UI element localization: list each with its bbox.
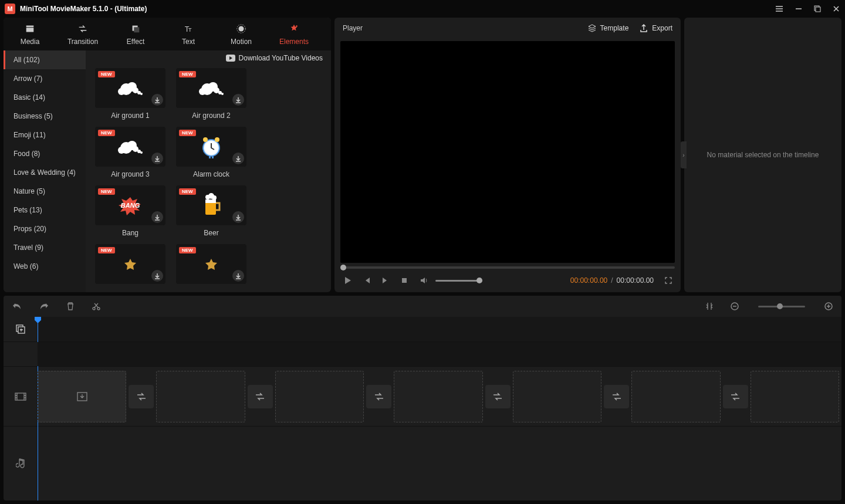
clip-slot[interactable]	[513, 371, 601, 422]
tab-text[interactable]: TT Text	[162, 18, 215, 50]
clip-slot[interactable]	[751, 371, 839, 422]
svg-point-18	[199, 88, 206, 95]
category-item[interactable]: Pets (13)	[4, 201, 86, 219]
tab-elements[interactable]: Elements	[268, 18, 320, 50]
maximize-icon[interactable]	[813, 5, 822, 13]
fullscreen-button[interactable]	[664, 276, 672, 285]
element-thumbnail[interactable]: NEW	[176, 127, 246, 167]
download-icon[interactable]	[151, 270, 163, 282]
category-item[interactable]: Basic (14)	[4, 88, 86, 107]
collapse-properties-button[interactable]: ›	[681, 141, 687, 168]
fit-button[interactable]	[705, 302, 714, 311]
element-thumbnail[interactable]: NEW	[95, 244, 165, 284]
element-card[interactable]: NEW	[95, 244, 165, 287]
element-card[interactable]: NEWBANGBang	[95, 185, 165, 237]
category-item[interactable]: All (102)	[4, 50, 86, 69]
element-thumbnail[interactable]: NEW	[95, 68, 165, 108]
timeline-ruler[interactable]	[38, 317, 841, 341]
player-panel: Player Template Export 00:00:00.00 / 00:…	[334, 18, 681, 292]
category-item[interactable]: Love & Wedding (4)	[4, 163, 86, 182]
zoom-out-button[interactable]	[730, 302, 739, 311]
export-button[interactable]: Export	[639, 23, 672, 33]
element-thumbnail[interactable]: NEW	[176, 185, 246, 225]
category-item[interactable]: Food (8)	[4, 144, 86, 163]
volume-button[interactable]	[419, 276, 428, 285]
element-card[interactable]: NEWBeer	[176, 185, 246, 237]
download-icon[interactable]	[151, 153, 163, 164]
split-button[interactable]	[92, 302, 101, 311]
download-icon[interactable]	[232, 94, 244, 106]
download-icon[interactable]	[232, 270, 244, 282]
export-label: Export	[652, 24, 672, 32]
transition-slot[interactable]	[604, 385, 629, 408]
clip-slot[interactable]	[38, 371, 126, 422]
new-badge: NEW	[98, 188, 115, 195]
tab-motion-label: Motion	[231, 38, 252, 46]
download-icon[interactable]	[232, 153, 244, 164]
menu-icon[interactable]	[775, 4, 784, 13]
download-youtube-link[interactable]: Download YouTube Videos	[86, 50, 331, 66]
video-track[interactable]	[38, 367, 841, 426]
category-item[interactable]: Travel (9)	[4, 238, 86, 257]
zoom-slider[interactable]	[758, 306, 805, 307]
download-icon[interactable]	[232, 211, 244, 223]
template-button[interactable]: Template	[587, 23, 629, 33]
next-frame-button[interactable]	[381, 276, 390, 285]
svg-rect-1	[816, 7, 820, 12]
tab-transition-label: Transition	[67, 38, 98, 46]
redo-button[interactable]	[39, 302, 49, 311]
player-progress[interactable]	[340, 266, 675, 269]
element-thumbnail[interactable]: NEW	[95, 127, 165, 167]
tab-motion[interactable]: Motion	[215, 18, 268, 50]
add-track-button[interactable]	[4, 317, 38, 341]
element-card[interactable]: NEWAir ground 2	[176, 68, 246, 120]
clip-slot[interactable]	[156, 371, 245, 422]
svg-text:T: T	[188, 27, 192, 33]
category-item[interactable]: Business (5)	[4, 107, 86, 126]
tab-media[interactable]: Media	[4, 18, 56, 50]
element-thumbnail[interactable]: NEWBANG	[95, 185, 165, 225]
category-item[interactable]: Nature (5)	[4, 182, 86, 201]
download-icon[interactable]	[151, 94, 163, 106]
category-item[interactable]: Arrow (7)	[4, 69, 86, 88]
tab-elements-label: Elements	[279, 38, 309, 46]
category-item[interactable]: Web (6)	[4, 257, 86, 276]
tab-media-label: Media	[21, 38, 40, 46]
clip-slot[interactable]	[631, 371, 720, 422]
prev-frame-button[interactable]	[363, 276, 371, 285]
stop-button[interactable]	[400, 276, 408, 285]
element-card[interactable]: NEWAir ground 3	[95, 127, 165, 178]
element-thumbnail[interactable]: NEW	[176, 68, 246, 108]
new-badge: NEW	[179, 188, 196, 195]
audio-track[interactable]	[38, 427, 841, 499]
new-badge: NEW	[98, 247, 115, 253]
element-card[interactable]: NEWAir ground 1	[95, 68, 165, 120]
zoom-in-button[interactable]	[824, 302, 833, 311]
download-icon[interactable]	[151, 211, 163, 223]
clip-slot[interactable]	[394, 371, 482, 422]
volume-slider[interactable]	[435, 280, 482, 282]
transition-slot[interactable]	[723, 385, 748, 408]
play-button[interactable]	[343, 276, 352, 285]
transition-slot[interactable]	[129, 385, 154, 408]
delete-button[interactable]	[66, 302, 75, 311]
timeline	[4, 317, 841, 500]
svg-point-31	[215, 137, 219, 142]
tab-effect[interactable]: Effect	[109, 18, 162, 50]
element-card[interactable]: NEW	[176, 244, 246, 287]
transition-slot[interactable]	[248, 385, 273, 408]
import-icon	[76, 391, 88, 402]
clip-slot[interactable]	[275, 371, 364, 422]
element-thumbnail[interactable]: NEW	[176, 244, 246, 284]
category-item[interactable]: Props (20)	[4, 219, 86, 238]
element-card[interactable]: NEWAlarm clock	[176, 127, 246, 178]
element-name: Air ground 2	[192, 111, 230, 120]
minimize-icon[interactable]	[795, 5, 803, 13]
close-icon[interactable]	[832, 5, 840, 13]
transition-slot[interactable]	[485, 385, 511, 408]
undo-button[interactable]	[12, 302, 22, 311]
tab-transition[interactable]: Transition	[56, 18, 109, 50]
player-viewport[interactable]	[340, 41, 675, 263]
transition-slot[interactable]	[366, 385, 391, 408]
category-item[interactable]: Emoji (11)	[4, 126, 86, 144]
